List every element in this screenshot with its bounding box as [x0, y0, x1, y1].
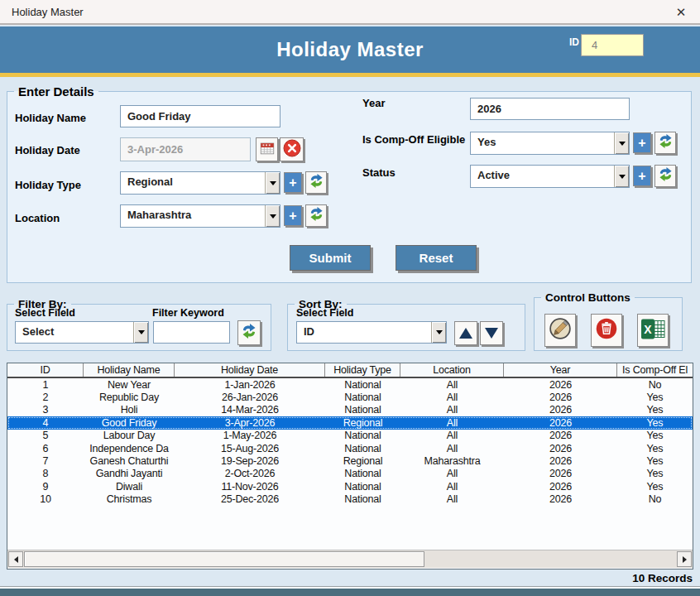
comp-off-combo[interactable]: Yes: [470, 132, 630, 155]
add-comp-off-button[interactable]: +: [633, 132, 651, 153]
refresh-icon: [658, 133, 674, 152]
sort-field-combo[interactable]: ID: [296, 321, 447, 344]
table-row[interactable]: 3Holi14-Mar-2026NationalAll2026Yes: [7, 404, 693, 416]
table-row[interactable]: 1New Year1-Jan-2026NationalAll2026No: [7, 378, 693, 391]
table-row[interactable]: 9Diwali11-Nov-2026NationalAll2026Yes: [7, 480, 693, 493]
table-cell: National: [325, 481, 400, 493]
apply-filter-button[interactable]: [237, 320, 261, 345]
table-cell: All: [400, 481, 504, 493]
dropdown-arrow-icon[interactable]: [614, 132, 629, 154]
table-cell: Holi: [84, 404, 175, 416]
table-cell: National: [325, 468, 400, 479]
table-cell: Republic Day: [84, 392, 175, 403]
scroll-right-button[interactable]: [677, 551, 692, 567]
pencil-icon: [549, 317, 572, 344]
add-holiday-type-button[interactable]: +: [284, 172, 302, 193]
delete-button[interactable]: [591, 314, 622, 347]
table-cell: 2: [7, 392, 84, 403]
table-cell: 2026: [504, 455, 617, 467]
refresh-status-button[interactable]: [654, 165, 676, 187]
comp-off-label: Is Comp-Off Eligible: [362, 133, 465, 146]
id-field[interactable]: [581, 34, 644, 56]
location-combo[interactable]: Maharashtra: [120, 204, 280, 228]
table-cell: 2026: [504, 443, 617, 454]
year-label: Year: [362, 97, 385, 109]
table-cell: 2026: [504, 468, 617, 479]
table-cell: All: [400, 392, 504, 403]
refresh-location-button[interactable]: [305, 204, 327, 227]
calendar-button[interactable]: [256, 137, 278, 161]
holiday-name-input[interactable]: [120, 105, 280, 127]
sort-field-value: ID: [297, 322, 431, 343]
dropdown-arrow-icon[interactable]: [265, 205, 280, 227]
table-cell: Diwali: [84, 481, 175, 493]
table-cell: 14-Mar-2026: [175, 404, 325, 416]
table-cell: 11-Nov-2026: [175, 481, 325, 493]
table-header-row: IDHoliday NameHoliday DateHoliday TypeLo…: [7, 363, 693, 378]
scrollbar-thumb[interactable]: [24, 551, 424, 567]
table-cell: National: [325, 392, 400, 403]
dropdown-arrow-icon[interactable]: [265, 172, 280, 194]
table-cell: Yes: [617, 392, 693, 403]
scroll-left-button[interactable]: [8, 551, 23, 567]
column-header: ID: [7, 363, 84, 377]
horizontal-scrollbar[interactable]: [7, 550, 693, 568]
holiday-date-label: Holiday Date: [15, 144, 80, 156]
dropdown-arrow-icon[interactable]: [431, 322, 446, 343]
gold-divider: [0, 73, 700, 77]
status-combo[interactable]: Active: [470, 165, 630, 188]
enter-details-legend: Enter Details: [14, 84, 98, 99]
table-cell: Regional: [325, 455, 400, 467]
table-cell: Yes: [617, 430, 693, 441]
table-cell: All: [400, 443, 504, 454]
holiday-date-input[interactable]: [120, 137, 251, 161]
table-row[interactable]: 7Ganesh Chaturthi19-Sep-2026RegionalMaha…: [7, 454, 693, 467]
table-row[interactable]: 6Independence Da15-Aug-2026NationalAll20…: [7, 442, 693, 454]
export-excel-button[interactable]: X: [637, 314, 669, 347]
edit-button[interactable]: [544, 314, 576, 347]
table-row[interactable]: 8Gandhi Jayanti2-Oct-2026NationalAll2026…: [7, 468, 693, 480]
plus-icon: +: [638, 170, 645, 183]
add-status-button[interactable]: +: [633, 166, 651, 186]
sort-ascending-button[interactable]: [454, 321, 477, 345]
table-cell: 26-Jan-2026: [175, 392, 325, 403]
table-row[interactable]: 5Labour Day1-May-2026NationalAll2026Yes: [7, 430, 693, 442]
add-location-button[interactable]: +: [284, 205, 302, 226]
clear-circle-icon: [283, 139, 301, 161]
refresh-icon: [309, 206, 324, 225]
control-buttons-legend: Control Buttons: [541, 291, 635, 304]
table-cell: 3-Apr-2026: [175, 417, 325, 429]
clear-date-button[interactable]: [280, 137, 304, 161]
reset-button[interactable]: Reset: [396, 245, 477, 271]
dropdown-arrow-icon[interactable]: [133, 322, 148, 343]
table-cell: No: [617, 379, 693, 391]
status-value: Active: [471, 166, 614, 187]
table-row[interactable]: 4Good Friday3-Apr-2026RegionalAll2026Yes: [7, 416, 693, 429]
record-count: 10 Records: [632, 572, 693, 584]
sort-descending-button[interactable]: [480, 321, 503, 345]
table-cell: National: [325, 430, 400, 441]
table-cell: New Year: [84, 379, 175, 391]
refresh-comp-off-button[interactable]: [654, 132, 676, 154]
column-header: Holiday Date: [175, 363, 325, 377]
refresh-icon: [241, 323, 257, 343]
year-input[interactable]: [470, 98, 630, 120]
table-cell: 1-May-2026: [175, 430, 325, 441]
holiday-type-combo[interactable]: Regional: [120, 171, 280, 195]
filter-field-combo[interactable]: Select: [15, 321, 149, 344]
table-cell: 2026: [504, 404, 617, 416]
filter-keyword-input[interactable]: [153, 321, 230, 344]
table-cell: Regional: [325, 417, 400, 429]
window-title: Holiday Master: [12, 6, 84, 18]
table-cell: Independence Da: [84, 443, 175, 454]
table-cell: Christmas: [84, 493, 175, 505]
table-cell: All: [400, 468, 504, 479]
table-row[interactable]: 2Republic Day26-Jan-2026NationalAll2026Y…: [7, 391, 693, 403]
submit-button[interactable]: Submit: [290, 245, 371, 271]
refresh-icon: [658, 166, 674, 185]
refresh-holiday-type-button[interactable]: [305, 171, 327, 194]
close-icon[interactable]: ✕: [672, 4, 690, 21]
dropdown-arrow-icon[interactable]: [614, 166, 629, 187]
table-row[interactable]: 10Christmas25-Dec-2026NationalAll2026No: [7, 493, 693, 506]
filter-field-label: Select Fileld: [15, 307, 75, 319]
